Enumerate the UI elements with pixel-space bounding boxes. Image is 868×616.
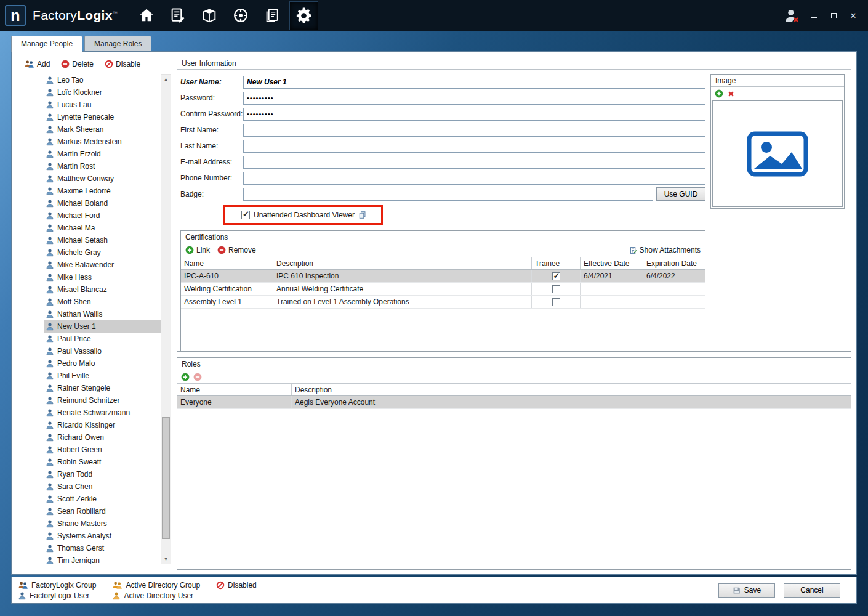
maximize-button[interactable]: [827, 9, 840, 22]
list-item-person[interactable]: Shane Masters: [44, 517, 161, 530]
list-item-person[interactable]: Sean Robillard: [44, 505, 161, 517]
remove-certification-button[interactable]: Remove: [217, 246, 256, 254]
add-person-button[interactable]: Add: [21, 59, 53, 70]
username-input[interactable]: [243, 76, 705, 89]
list-item-person[interactable]: Tim Jernigan: [44, 554, 161, 564]
list-item-person[interactable]: Paul Price: [44, 333, 161, 345]
use-guid-button[interactable]: Use GUID: [656, 187, 705, 201]
roles-col-name[interactable]: Name: [177, 384, 292, 395]
cancel-button[interactable]: Cancel: [784, 583, 840, 598]
remove-role-icon[interactable]: [193, 373, 202, 381]
cert-col-expiration-date[interactable]: Expiration Date: [643, 257, 705, 269]
confirm-password-input[interactable]: [243, 108, 705, 121]
cert-col-effective-date[interactable]: Effective Date: [581, 257, 643, 269]
first-name-input[interactable]: [243, 124, 705, 137]
list-item-person[interactable]: Matthew Conway: [44, 172, 161, 185]
list-item-person[interactable]: Mark Sheeran: [44, 123, 161, 136]
people-scrollbar[interactable]: ▲ ▼: [161, 74, 171, 564]
list-item-person[interactable]: Michael Ma: [44, 222, 161, 234]
list-item-person[interactable]: Renate Schwarzmann: [44, 407, 161, 419]
home-icon[interactable]: [132, 1, 161, 30]
cert-col-name[interactable]: Name: [181, 257, 273, 269]
list-item-person[interactable]: Thomas Gerst: [44, 542, 161, 554]
phone-input[interactable]: [243, 172, 705, 185]
roles-table-body: Everyone Aegis Everyone Account: [177, 396, 851, 409]
list-item-person[interactable]: Robin Sweatt: [44, 456, 161, 468]
image-toolbar: [711, 87, 844, 100]
cert-col-trainee[interactable]: Trainee: [532, 257, 581, 269]
trainee-checkbox[interactable]: [552, 272, 560, 280]
list-item-person[interactable]: Phil Eville: [44, 370, 161, 382]
list-item-person[interactable]: Martin Erzold: [44, 148, 161, 160]
list-item-person[interactable]: Ryan Todd: [44, 468, 161, 480]
list-item-person[interactable]: Sara Chen: [44, 480, 161, 493]
save-button[interactable]: Save: [718, 583, 775, 598]
list-item-person[interactable]: Michael Setash: [44, 234, 161, 246]
certification-row[interactable]: Assembly Level 1 Trained on Level 1 Asse…: [181, 296, 705, 309]
scrollbar-thumb[interactable]: [162, 417, 170, 540]
person-name: Scott Zerkle: [57, 495, 97, 503]
materials-icon[interactable]: [195, 1, 224, 30]
list-item-person[interactable]: New User 1: [44, 320, 161, 333]
logoff-user-icon[interactable]: [784, 7, 800, 24]
link-label: Link: [196, 246, 210, 254]
image-placeholder-box[interactable]: [712, 100, 843, 207]
list-item-person[interactable]: Lynette Penecale: [44, 111, 161, 123]
tab-manage-roles[interactable]: Manage Roles: [84, 36, 151, 52]
remove-image-icon[interactable]: [727, 90, 735, 98]
trainee-checkbox[interactable]: [552, 298, 560, 306]
certification-row[interactable]: Welding Certification Annual Welding Cer…: [181, 283, 705, 296]
password-input[interactable]: [243, 92, 705, 105]
tracking-icon[interactable]: [227, 1, 255, 30]
list-item-person[interactable]: Martin Rost: [44, 160, 161, 172]
add-role-icon[interactable]: [181, 373, 190, 381]
unattended-dashboard-checkbox[interactable]: [241, 211, 250, 219]
list-item-person[interactable]: Loïc Klockner: [44, 86, 161, 99]
scroll-down-icon[interactable]: ▼: [161, 554, 171, 564]
minimize-button[interactable]: [808, 9, 820, 22]
npi-definition-icon[interactable]: [164, 1, 193, 30]
list-item-person[interactable]: Michael Ford: [44, 209, 161, 222]
delete-person-button[interactable]: Delete: [58, 59, 97, 70]
list-item-person[interactable]: Mike Hess: [44, 271, 161, 283]
factorylogix-group-icon: [18, 581, 28, 590]
scroll-up-icon[interactable]: ▲: [161, 75, 171, 84]
list-item-person[interactable]: Reimund Schnitzer: [44, 394, 161, 407]
close-button[interactable]: ✕: [847, 9, 859, 22]
person-name: Michael Boland: [57, 199, 108, 208]
tab-manage-people[interactable]: Manage People: [11, 36, 82, 52]
list-item-person[interactable]: Systems Analyst: [44, 530, 161, 542]
last-name-input[interactable]: [243, 140, 705, 153]
show-attachments-button[interactable]: Show Attachments: [629, 246, 701, 254]
list-item-person[interactable]: Mott Shen: [44, 296, 161, 308]
list-item-person[interactable]: Pedro Malo: [44, 357, 161, 370]
list-item-person[interactable]: Markus Medenstein: [44, 136, 161, 148]
dashboard-copy-icon[interactable]: [358, 211, 366, 219]
list-item-person[interactable]: Mike Balawender: [44, 259, 161, 271]
list-item-person[interactable]: Misael Blancaz: [44, 283, 161, 296]
list-item-person[interactable]: Paul Vassallo: [44, 345, 161, 357]
link-certification-button[interactable]: Link: [185, 246, 210, 254]
list-item-person[interactable]: Maxime Ledorré: [44, 185, 161, 197]
roles-col-description[interactable]: Description: [292, 384, 851, 395]
list-item-person[interactable]: Michael Boland: [44, 197, 161, 209]
trainee-checkbox[interactable]: [552, 285, 560, 293]
list-item-person[interactable]: Richard Owen: [44, 431, 161, 444]
cert-col-description[interactable]: Description: [273, 257, 532, 269]
badge-input[interactable]: [243, 188, 653, 201]
list-item-person[interactable]: Nathan Wallis: [44, 308, 161, 320]
list-item-person[interactable]: Ricardo Kissinger: [44, 419, 161, 431]
settings-gear-icon[interactable]: [289, 1, 318, 30]
disable-person-button[interactable]: Disable: [102, 59, 143, 70]
list-item-person[interactable]: Rainer Stengele: [44, 382, 161, 394]
reports-icon[interactable]: [258, 1, 287, 30]
add-image-icon[interactable]: [715, 89, 723, 98]
list-item-person[interactable]: Lucus Lau: [44, 99, 161, 111]
email-input[interactable]: [243, 156, 705, 169]
list-item-person[interactable]: Scott Zerkle: [44, 493, 161, 505]
role-row[interactable]: Everyone Aegis Everyone Account: [177, 396, 851, 409]
list-item-person[interactable]: Michele Gray: [44, 246, 161, 259]
list-item-person[interactable]: Leo Tao: [44, 74, 161, 86]
certification-row[interactable]: IPC-A-610 IPC 610 Inspection 6/4/2021 6/…: [181, 270, 705, 283]
list-item-person[interactable]: Robert Green: [44, 444, 161, 456]
